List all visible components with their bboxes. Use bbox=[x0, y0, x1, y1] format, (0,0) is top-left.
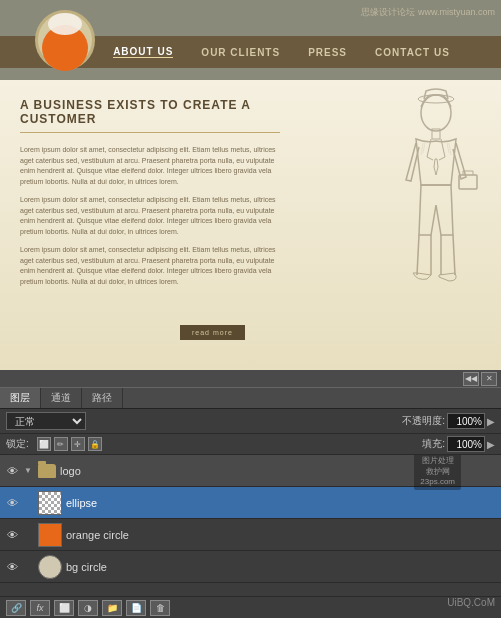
logo-container bbox=[30, 5, 100, 75]
logo-ellipse bbox=[48, 13, 82, 35]
layer-ellipse[interactable]: 👁 ellipse bbox=[0, 487, 501, 519]
fx-btn[interactable]: fx bbox=[30, 600, 50, 616]
layer-bg-circle[interactable]: 👁 bg circle bbox=[0, 551, 501, 583]
ps-bottom-bar: 🔗 fx ⬜ ◑ 📁 📄 🗑 UiBQ.CoM bbox=[0, 596, 501, 618]
delete-btn[interactable]: 🗑 bbox=[150, 600, 170, 616]
content-area: A BUSINESS EXISTS TO CREATE A CUSTOMER L… bbox=[0, 80, 501, 370]
svg-rect-2 bbox=[459, 175, 477, 189]
group-btn[interactable]: 📁 bbox=[102, 600, 122, 616]
lock-icons: ⬜ ✏ ✛ 🔒 bbox=[37, 437, 102, 451]
layer-thumb-ellipse bbox=[38, 491, 62, 515]
blend-mode-select[interactable]: 正常 bbox=[6, 412, 86, 430]
nav-about[interactable]: ABOUT US bbox=[113, 46, 173, 58]
layer-thumb-orange bbox=[38, 523, 62, 547]
opacity-label: 不透明度: bbox=[402, 414, 445, 428]
lock-transparent-icon[interactable]: ⬜ bbox=[37, 437, 51, 451]
lock-paint-icon[interactable]: ✏ bbox=[54, 437, 68, 451]
watermark-bottom: UiBQ.CoM bbox=[447, 597, 495, 608]
collapse-icons: ◀◀ ✕ bbox=[463, 372, 497, 386]
add-mask-btn[interactable]: ⬜ bbox=[54, 600, 74, 616]
expand-triangle-logo[interactable]: ▼ bbox=[24, 466, 34, 475]
tab-channels[interactable]: 通道 bbox=[41, 388, 82, 408]
watermark-top: 思缘设计论坛 www.mistyuan.com bbox=[361, 6, 495, 19]
watermark-layer-overlay: 图片处理救护网23ps.com bbox=[414, 455, 461, 490]
layer-thumb-bg bbox=[38, 555, 62, 579]
fill-input[interactable] bbox=[447, 436, 485, 452]
opacity-group: 不透明度: ▶ bbox=[402, 413, 495, 429]
fill-group: 填充: ▶ bbox=[422, 436, 495, 452]
fill-label: 填充: bbox=[422, 437, 445, 451]
ps-controls-row: 正常 不透明度: ▶ bbox=[0, 409, 501, 434]
ps-panel: ◀◀ ✕ 图层 通道 路径 正常 不透明度: ▶ 锁定: ⬜ ✏ ✛ 🔒 填充: bbox=[0, 370, 501, 618]
svg-point-3 bbox=[418, 95, 454, 103]
read-more-button[interactable]: read more bbox=[180, 325, 245, 340]
layer-name-orange: orange circle bbox=[66, 529, 497, 541]
lock-label: 锁定: bbox=[6, 437, 29, 451]
opacity-expand-arrow[interactable]: ▶ bbox=[487, 416, 495, 427]
adjustment-btn[interactable]: ◑ bbox=[78, 600, 98, 616]
body-text-2: Lorem ipsum dolor sit amet, consectetur … bbox=[20, 195, 280, 237]
main-heading: A BUSINESS EXISTS TO CREATE A CUSTOMER bbox=[20, 98, 280, 133]
fill-expand-arrow[interactable]: ▶ bbox=[487, 439, 495, 450]
eye-icon-ellipse[interactable]: 👁 bbox=[4, 495, 20, 511]
ps-top-bar: ◀◀ ✕ bbox=[0, 370, 501, 388]
tab-layers[interactable]: 图层 bbox=[0, 388, 41, 408]
opacity-input[interactable] bbox=[447, 413, 485, 429]
nav-contact[interactable]: CONTACT US bbox=[375, 47, 450, 58]
man-illustration bbox=[351, 85, 491, 335]
eye-icon-logo[interactable]: 👁 bbox=[4, 463, 20, 479]
expand-btn[interactable]: ✕ bbox=[481, 372, 497, 386]
eye-icon-orange[interactable]: 👁 bbox=[4, 527, 20, 543]
body-text-1: Lorem ipsum dolor sit amet, consectetur … bbox=[20, 145, 280, 187]
ps-layers-area: 👁 ▼ logo 👁 ellipse 👁 orange circle 图片处理救… bbox=[0, 455, 501, 583]
eye-icon-bg[interactable]: 👁 bbox=[4, 559, 20, 575]
content-inner: A BUSINESS EXISTS TO CREATE A CUSTOMER L… bbox=[0, 80, 300, 305]
link-layers-btn[interactable]: 🔗 bbox=[6, 600, 26, 616]
ps-tabs: 图层 通道 路径 bbox=[0, 388, 501, 409]
folder-icon-logo bbox=[38, 464, 56, 478]
nav-press[interactable]: PRESS bbox=[308, 47, 347, 58]
svg-point-0 bbox=[421, 95, 451, 131]
ps-lock-row: 锁定: ⬜ ✏ ✛ 🔒 填充: ▶ bbox=[0, 434, 501, 455]
new-layer-btn[interactable]: 📄 bbox=[126, 600, 146, 616]
tab-paths[interactable]: 路径 bbox=[82, 388, 123, 408]
layer-name-ellipse: ellipse bbox=[66, 497, 497, 509]
nav-clients[interactable]: OUR CLIENTS bbox=[201, 47, 280, 58]
collapse-btn[interactable]: ◀◀ bbox=[463, 372, 479, 386]
layer-orange-circle[interactable]: 👁 orange circle 图片处理救护网23ps.com bbox=[0, 519, 501, 551]
lock-move-icon[interactable]: ✛ bbox=[71, 437, 85, 451]
lock-all-icon[interactable]: 🔒 bbox=[88, 437, 102, 451]
layer-name-bg: bg circle bbox=[66, 561, 497, 573]
website-preview: 思缘设计论坛 www.mistyuan.com HOME ABOUT US OU… bbox=[0, 0, 501, 370]
body-text-3: Lorem ipsum dolor sit amet, consectetur … bbox=[20, 245, 280, 287]
